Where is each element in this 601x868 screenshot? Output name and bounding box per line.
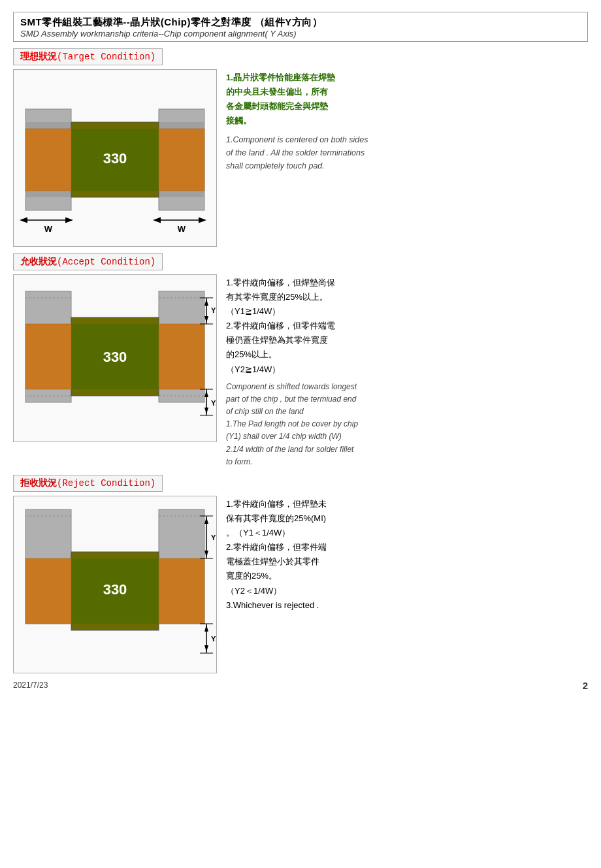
page-number: 2 bbox=[583, 680, 588, 691]
y2-label-accept: Y2 ≧1/4W bbox=[211, 399, 216, 407]
target-desc: 1.晶片狀零件恰能座落在焊墊 的中央且未發生偏出，所有 各金屬封頭都能完全與焊墊… bbox=[226, 69, 588, 172]
accept-svg: 330 Y1 ≧1/4W Y2 ≧1/4W bbox=[14, 275, 216, 442]
footer-date: 2021/7/23 bbox=[13, 681, 48, 690]
accept-desc-en: Component is shifted towards longest par… bbox=[226, 381, 588, 468]
target-diagram-box: 330 W W bbox=[13, 69, 217, 247]
accept-row: 330 Y1 ≧1/4W Y2 ≧1/4W bbox=[13, 274, 588, 468]
accept-label-en: (Accept Condition) bbox=[57, 257, 155, 267]
y1-label-accept: Y1 ≧1/4W bbox=[211, 306, 216, 314]
svg-marker-31 bbox=[204, 408, 208, 414]
svg-marker-51 bbox=[204, 645, 208, 652]
svg-rect-6 bbox=[25, 129, 71, 191]
reject-diagram-box: 330 Y1 ＜1/4W Y2 ＜1/4W bbox=[13, 496, 217, 673]
component-label: 330 bbox=[103, 150, 127, 167]
svg-marker-46 bbox=[204, 551, 208, 557]
svg-marker-45 bbox=[204, 517, 208, 524]
footer: 2021/7/23 2 bbox=[13, 680, 588, 690]
target-section: 理想狀況(Target Condition) bbox=[13, 48, 588, 247]
accept-desc: 1.零件縱向偏移，但焊墊尚保 有其零件寬度的25%以上。 （Y1≧1/4W） 2… bbox=[226, 274, 588, 468]
svg-rect-21 bbox=[159, 324, 204, 389]
reject-desc-zh: 1.零件縱向偏移，但焊墊未 保有其零件寬度的25%(MI) 。（Y1＜1/4W）… bbox=[226, 497, 588, 613]
header-subtitle: SMD Assembly workmanship criteria--Chip … bbox=[20, 29, 581, 39]
svg-marker-25 bbox=[204, 316, 208, 323]
svg-rect-41 bbox=[159, 558, 204, 624]
svg-rect-7 bbox=[159, 129, 204, 191]
y2-label-reject: Y2 ＜1/4W bbox=[211, 635, 216, 643]
target-label-en: (Target Condition) bbox=[57, 52, 155, 62]
accept-desc-zh: 1.零件縱向偏移，但焊墊尚保 有其零件寬度的25%以上。 （Y1≧1/4W） 2… bbox=[226, 276, 588, 377]
reject-section: 拒收狀況(Reject Condition) bbox=[13, 475, 588, 673]
header-box: SMT零件組裝工藝標準--晶片狀(Chip)零件之對準度 （組件Y方向） SMD… bbox=[13, 12, 588, 42]
accept-label-zh: 允收狀況 bbox=[20, 256, 57, 266]
svg-text:W: W bbox=[44, 224, 53, 234]
target-desc-en: 1.Component is centered on both sides of… bbox=[226, 133, 588, 172]
accept-label: 允收狀況(Accept Condition) bbox=[13, 253, 163, 270]
svg-marker-50 bbox=[204, 625, 208, 632]
target-desc-zh: 1.晶片狀零件恰能座落在焊墊 的中央且未發生偏出，所有 各金屬封頭都能完全與焊墊… bbox=[226, 71, 588, 128]
target-label: 理想狀況(Target Condition) bbox=[13, 48, 163, 65]
svg-marker-26 bbox=[204, 299, 208, 306]
reject-desc: 1.零件縱向偏移，但焊墊未 保有其零件寬度的25%(MI) 。（Y1＜1/4W）… bbox=[226, 496, 588, 613]
accept-diagram-box: 330 Y1 ≧1/4W Y2 ≧1/4W bbox=[13, 274, 217, 442]
accept-component-label: 330 bbox=[103, 349, 127, 365]
accept-section: 允收狀況(Accept Condition) bbox=[13, 253, 588, 468]
svg-text:W: W bbox=[178, 224, 186, 234]
reject-svg: 330 Y1 ＜1/4W Y2 ＜1/4W bbox=[14, 496, 216, 673]
svg-marker-30 bbox=[204, 391, 208, 397]
reject-label-en: (Reject Condition) bbox=[57, 478, 155, 489]
svg-rect-40 bbox=[25, 558, 71, 624]
reject-component-label: 330 bbox=[103, 581, 127, 598]
reject-row: 330 Y1 ＜1/4W Y2 ＜1/4W 1.零件縱向偏移，但焊墊未 bbox=[13, 496, 588, 673]
reject-label: 拒收狀況(Reject Condition) bbox=[13, 475, 163, 492]
target-svg: 330 W W bbox=[14, 70, 216, 246]
reject-label-zh: 拒收狀況 bbox=[20, 477, 57, 488]
header-title: SMT零件組裝工藝標準--晶片狀(Chip)零件之對準度 （組件Y方向） bbox=[20, 16, 581, 29]
y1-label-reject: Y1 ＜1/4W bbox=[211, 534, 216, 541]
svg-rect-20 bbox=[25, 324, 71, 389]
target-label-zh: 理想狀況 bbox=[20, 51, 57, 61]
target-row: 330 W W 1.晶片狀零件恰能座落 bbox=[13, 69, 588, 247]
